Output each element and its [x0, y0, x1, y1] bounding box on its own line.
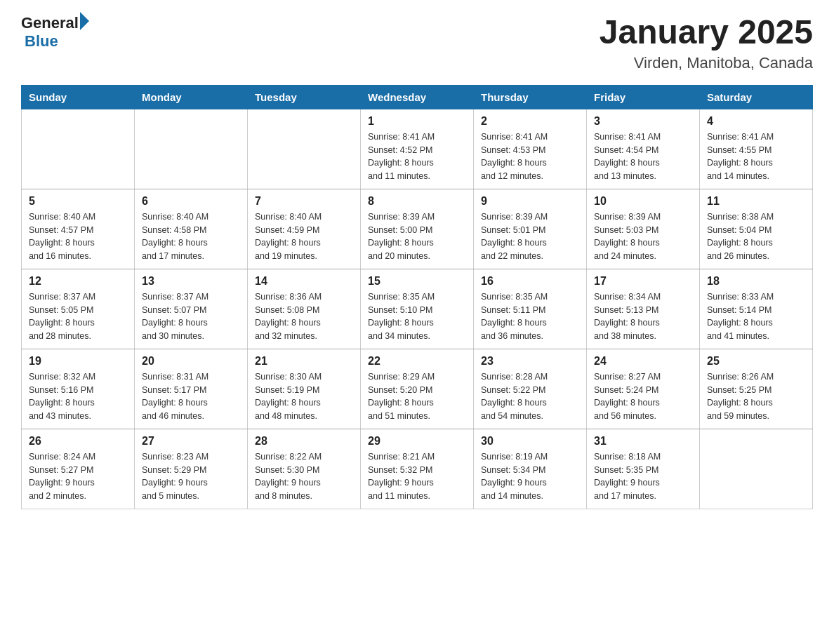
- calendar-cell: [248, 109, 361, 189]
- calendar-cell: 8Sunrise: 8:39 AM Sunset: 5:00 PM Daylig…: [361, 189, 474, 269]
- calendar-cell: 14Sunrise: 8:36 AM Sunset: 5:08 PM Dayli…: [248, 269, 361, 349]
- day-info: Sunrise: 8:28 AM Sunset: 5:22 PM Dayligh…: [481, 370, 579, 423]
- title-block: January 2025 Virden, Manitoba, Canada: [600, 14, 813, 72]
- day-info: Sunrise: 8:37 AM Sunset: 5:07 PM Dayligh…: [142, 290, 240, 343]
- header-row: SundayMondayTuesdayWednesdayThursdayFrid…: [22, 85, 813, 109]
- calendar-cell: 26Sunrise: 8:24 AM Sunset: 5:27 PM Dayli…: [22, 429, 135, 509]
- calendar-cell: 16Sunrise: 8:35 AM Sunset: 5:11 PM Dayli…: [474, 269, 587, 349]
- day-number: 17: [594, 275, 692, 288]
- day-info: Sunrise: 8:41 AM Sunset: 4:54 PM Dayligh…: [594, 130, 692, 183]
- calendar-cell: 13Sunrise: 8:37 AM Sunset: 5:07 PM Dayli…: [135, 269, 248, 349]
- day-info: Sunrise: 8:39 AM Sunset: 5:00 PM Dayligh…: [368, 210, 466, 263]
- day-number: 27: [142, 435, 240, 448]
- calendar-cell: [22, 109, 135, 189]
- day-number: 12: [29, 275, 127, 288]
- day-info: Sunrise: 8:30 AM Sunset: 5:19 PM Dayligh…: [255, 370, 353, 423]
- day-info: Sunrise: 8:27 AM Sunset: 5:24 PM Dayligh…: [594, 370, 692, 423]
- calendar-cell: [700, 429, 813, 509]
- week-row-2: 5Sunrise: 8:40 AM Sunset: 4:57 PM Daylig…: [22, 189, 813, 269]
- day-number: 26: [29, 435, 127, 448]
- calendar-subtitle: Virden, Manitoba, Canada: [600, 54, 813, 72]
- day-info: Sunrise: 8:31 AM Sunset: 5:17 PM Dayligh…: [142, 370, 240, 423]
- day-info: Sunrise: 8:37 AM Sunset: 5:05 PM Dayligh…: [29, 290, 127, 343]
- day-number: 7: [255, 195, 353, 208]
- day-info: Sunrise: 8:26 AM Sunset: 5:25 PM Dayligh…: [707, 370, 805, 423]
- day-number: 10: [594, 195, 692, 208]
- header-cell-wednesday: Wednesday: [361, 85, 474, 109]
- calendar-cell: 1Sunrise: 8:41 AM Sunset: 4:52 PM Daylig…: [361, 109, 474, 189]
- week-row-4: 19Sunrise: 8:32 AM Sunset: 5:16 PM Dayli…: [22, 349, 813, 429]
- header-cell-thursday: Thursday: [474, 85, 587, 109]
- calendar-cell: 27Sunrise: 8:23 AM Sunset: 5:29 PM Dayli…: [135, 429, 248, 509]
- day-number: 28: [255, 435, 353, 448]
- calendar-cell: 18Sunrise: 8:33 AM Sunset: 5:14 PM Dayli…: [700, 269, 813, 349]
- calendar-cell: 31Sunrise: 8:18 AM Sunset: 5:35 PM Dayli…: [587, 429, 700, 509]
- day-info: Sunrise: 8:29 AM Sunset: 5:20 PM Dayligh…: [368, 370, 466, 423]
- header-cell-saturday: Saturday: [700, 85, 813, 109]
- calendar-cell: 30Sunrise: 8:19 AM Sunset: 5:34 PM Dayli…: [474, 429, 587, 509]
- calendar-header: SundayMondayTuesdayWednesdayThursdayFrid…: [22, 85, 813, 109]
- logo-text-blue: Blue: [25, 32, 58, 51]
- calendar-cell: 22Sunrise: 8:29 AM Sunset: 5:20 PM Dayli…: [361, 349, 474, 429]
- day-number: 25: [707, 355, 805, 368]
- day-info: Sunrise: 8:40 AM Sunset: 4:57 PM Dayligh…: [29, 210, 127, 263]
- calendar-cell: 9Sunrise: 8:39 AM Sunset: 5:01 PM Daylig…: [474, 189, 587, 269]
- day-number: 6: [142, 195, 240, 208]
- calendar-cell: 15Sunrise: 8:35 AM Sunset: 5:10 PM Dayli…: [361, 269, 474, 349]
- day-info: Sunrise: 8:40 AM Sunset: 4:58 PM Dayligh…: [142, 210, 240, 263]
- day-number: 19: [29, 355, 127, 368]
- calendar-cell: 3Sunrise: 8:41 AM Sunset: 4:54 PM Daylig…: [587, 109, 700, 189]
- week-row-1: 1Sunrise: 8:41 AM Sunset: 4:52 PM Daylig…: [22, 109, 813, 189]
- day-info: Sunrise: 8:39 AM Sunset: 5:03 PM Dayligh…: [594, 210, 692, 263]
- day-info: Sunrise: 8:21 AM Sunset: 5:32 PM Dayligh…: [368, 450, 466, 503]
- day-info: Sunrise: 8:32 AM Sunset: 5:16 PM Dayligh…: [29, 370, 127, 423]
- day-info: Sunrise: 8:22 AM Sunset: 5:30 PM Dayligh…: [255, 450, 353, 503]
- calendar-cell: 17Sunrise: 8:34 AM Sunset: 5:13 PM Dayli…: [587, 269, 700, 349]
- week-row-3: 12Sunrise: 8:37 AM Sunset: 5:05 PM Dayli…: [22, 269, 813, 349]
- day-number: 31: [594, 435, 692, 448]
- day-number: 18: [707, 275, 805, 288]
- header-cell-tuesday: Tuesday: [248, 85, 361, 109]
- day-info: Sunrise: 8:41 AM Sunset: 4:53 PM Dayligh…: [481, 130, 579, 183]
- day-info: Sunrise: 8:33 AM Sunset: 5:14 PM Dayligh…: [707, 290, 805, 343]
- day-info: Sunrise: 8:19 AM Sunset: 5:34 PM Dayligh…: [481, 450, 579, 503]
- day-info: Sunrise: 8:34 AM Sunset: 5:13 PM Dayligh…: [594, 290, 692, 343]
- calendar-title: January 2025: [600, 14, 813, 51]
- day-number: 22: [368, 355, 466, 368]
- calendar-cell: 25Sunrise: 8:26 AM Sunset: 5:25 PM Dayli…: [700, 349, 813, 429]
- calendar-cell: 6Sunrise: 8:40 AM Sunset: 4:58 PM Daylig…: [135, 189, 248, 269]
- calendar-table: SundayMondayTuesdayWednesdayThursdayFrid…: [21, 85, 813, 509]
- day-info: Sunrise: 8:35 AM Sunset: 5:11 PM Dayligh…: [481, 290, 579, 343]
- day-info: Sunrise: 8:38 AM Sunset: 5:04 PM Dayligh…: [707, 210, 805, 263]
- day-info: Sunrise: 8:41 AM Sunset: 4:52 PM Dayligh…: [368, 130, 466, 183]
- calendar-cell: 11Sunrise: 8:38 AM Sunset: 5:04 PM Dayli…: [700, 189, 813, 269]
- calendar-cell: 5Sunrise: 8:40 AM Sunset: 4:57 PM Daylig…: [22, 189, 135, 269]
- calendar-cell: 19Sunrise: 8:32 AM Sunset: 5:16 PM Dayli…: [22, 349, 135, 429]
- header-cell-friday: Friday: [587, 85, 700, 109]
- calendar-cell: 7Sunrise: 8:40 AM Sunset: 4:59 PM Daylig…: [248, 189, 361, 269]
- day-number: 1: [368, 115, 466, 128]
- calendar-cell: 21Sunrise: 8:30 AM Sunset: 5:19 PM Dayli…: [248, 349, 361, 429]
- calendar-cell: 4Sunrise: 8:41 AM Sunset: 4:55 PM Daylig…: [700, 109, 813, 189]
- calendar-body: 1Sunrise: 8:41 AM Sunset: 4:52 PM Daylig…: [22, 109, 813, 509]
- calendar-cell: 23Sunrise: 8:28 AM Sunset: 5:22 PM Dayli…: [474, 349, 587, 429]
- day-number: 2: [481, 115, 579, 128]
- logo: General Blue: [21, 14, 89, 51]
- day-number: 20: [142, 355, 240, 368]
- calendar-cell: 24Sunrise: 8:27 AM Sunset: 5:24 PM Dayli…: [587, 349, 700, 429]
- page-header: General Blue January 2025 Virden, Manito…: [21, 14, 813, 72]
- day-number: 23: [481, 355, 579, 368]
- day-number: 5: [29, 195, 127, 208]
- calendar-cell: 29Sunrise: 8:21 AM Sunset: 5:32 PM Dayli…: [361, 429, 474, 509]
- day-number: 15: [368, 275, 466, 288]
- day-number: 14: [255, 275, 353, 288]
- day-info: Sunrise: 8:40 AM Sunset: 4:59 PM Dayligh…: [255, 210, 353, 263]
- day-number: 9: [481, 195, 579, 208]
- header-cell-sunday: Sunday: [22, 85, 135, 109]
- day-info: Sunrise: 8:36 AM Sunset: 5:08 PM Dayligh…: [255, 290, 353, 343]
- day-number: 21: [255, 355, 353, 368]
- week-row-5: 26Sunrise: 8:24 AM Sunset: 5:27 PM Dayli…: [22, 429, 813, 509]
- day-number: 11: [707, 195, 805, 208]
- day-number: 16: [481, 275, 579, 288]
- day-info: Sunrise: 8:24 AM Sunset: 5:27 PM Dayligh…: [29, 450, 127, 503]
